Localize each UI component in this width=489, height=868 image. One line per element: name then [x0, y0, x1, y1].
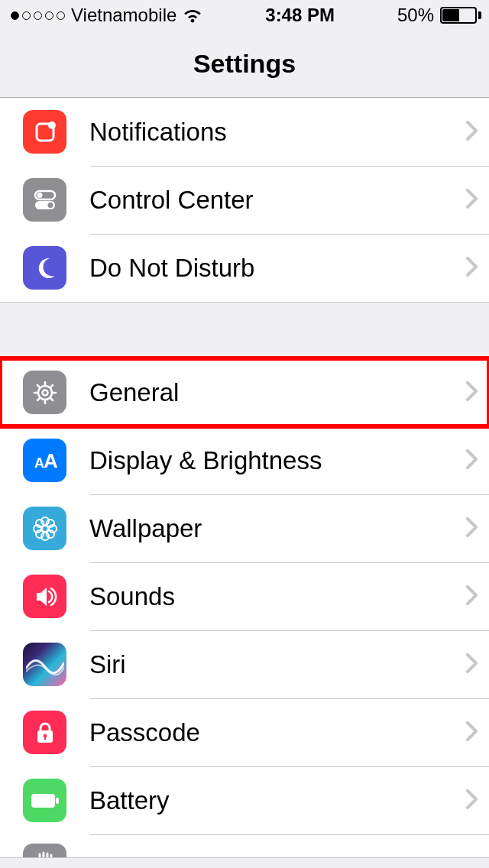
status-bar: Vietnamobile 3:48 PM 50% — [0, 0, 489, 31]
svg-point-3 — [37, 193, 42, 198]
battery-percent-label: 50% — [397, 5, 434, 26]
chevron-right-icon — [466, 381, 478, 404]
chevron-right-icon — [466, 121, 478, 144]
chevron-right-icon — [466, 653, 478, 676]
row-label: Display & Brightness — [89, 446, 466, 475]
speaker-icon — [23, 575, 66, 618]
row-label: Control Center — [89, 186, 466, 215]
battery-full-icon — [23, 779, 66, 822]
notifications-icon — [23, 110, 66, 154]
moon-icon — [23, 246, 66, 290]
settings-row-battery[interactable]: Battery — [0, 766, 489, 834]
clock-label: 3:48 PM — [265, 5, 335, 26]
control-center-icon — [23, 178, 66, 222]
svg-point-5 — [47, 202, 53, 208]
settings-group-2: General AA Display & Brightness Wallpape… — [0, 358, 489, 858]
text-size-icon: AA — [23, 439, 66, 482]
chevron-right-icon — [466, 789, 478, 812]
row-label: Wallpaper — [89, 514, 466, 543]
hand-icon — [23, 844, 66, 857]
settings-row-display-brightness[interactable]: AA Display & Brightness — [0, 426, 489, 494]
svg-line-12 — [37, 385, 40, 387]
svg-point-1 — [48, 121, 56, 129]
chevron-right-icon — [466, 449, 478, 472]
settings-row-passcode[interactable]: Passcode — [0, 698, 489, 766]
status-left: Vietnamobile — [11, 5, 202, 26]
signal-strength-icon — [11, 11, 65, 20]
settings-row-control-center[interactable]: Control Center — [0, 166, 489, 234]
settings-row-general[interactable]: General — [0, 358, 489, 426]
page-title: Settings — [193, 49, 296, 79]
chevron-right-icon — [466, 517, 478, 540]
lock-icon — [23, 711, 66, 754]
settings-row-notifications[interactable]: Notifications — [0, 98, 489, 166]
svg-line-15 — [37, 398, 40, 400]
row-label: Passcode — [89, 718, 466, 747]
row-label: General — [89, 378, 466, 407]
wifi-icon — [183, 8, 202, 23]
svg-rect-29 — [44, 736, 45, 740]
chevron-right-icon — [466, 189, 478, 212]
battery-icon — [440, 7, 481, 24]
settings-row-do-not-disturb[interactable]: Do Not Disturb — [0, 234, 489, 302]
settings-group-1: Notifications Control Center Do Not Dist… — [0, 98, 489, 303]
siri-icon — [23, 643, 66, 686]
row-label: Notifications — [89, 118, 466, 147]
gear-icon — [23, 371, 66, 414]
carrier-label: Vietnamobile — [71, 5, 176, 26]
row-label: Battery — [89, 786, 466, 815]
row-label: Siri — [89, 650, 466, 679]
chevron-right-icon — [466, 721, 478, 744]
row-label: Sounds — [89, 582, 466, 611]
settings-row-wallpaper[interactable]: Wallpaper — [0, 494, 489, 562]
svg-line-14 — [50, 385, 53, 387]
svg-line-13 — [50, 398, 53, 400]
settings-row-siri[interactable]: Siri — [0, 630, 489, 698]
svg-rect-30 — [31, 794, 55, 808]
chevron-right-icon — [466, 585, 478, 608]
svg-text:A: A — [44, 449, 58, 472]
chevron-right-icon — [466, 257, 478, 280]
status-right: 50% — [397, 5, 481, 26]
settings-row-sounds[interactable]: Sounds — [0, 562, 489, 630]
flower-icon — [23, 507, 66, 550]
nav-bar: Settings — [0, 31, 489, 98]
settings-row-privacy[interactable] — [0, 834, 489, 857]
svg-rect-31 — [56, 798, 59, 804]
row-label: Do Not Disturb — [89, 254, 466, 283]
svg-point-7 — [42, 390, 47, 395]
